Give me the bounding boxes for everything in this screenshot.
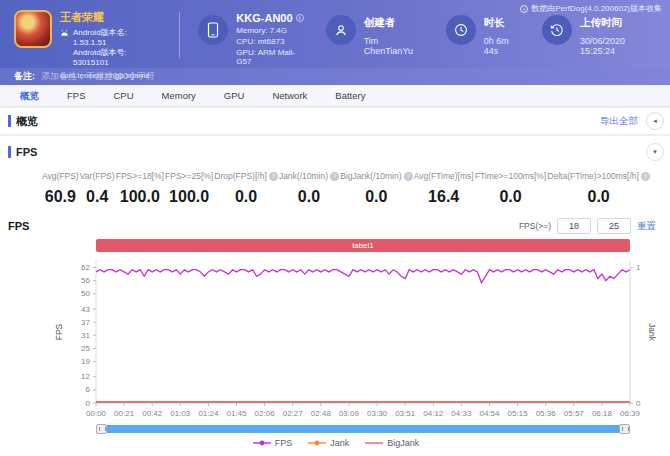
tab-network[interactable]: Network xyxy=(258,85,321,107)
range-grip-left[interactable] xyxy=(96,424,107,434)
stat-label: FPS>=18[%] xyxy=(116,171,164,181)
range-grip-right[interactable] xyxy=(619,424,630,434)
threshold-high-input[interactable] xyxy=(597,218,631,234)
stat-drop-fps-h-: Drop(FPS)[/h]?0.0 xyxy=(214,171,277,206)
legend-label: BigJank xyxy=(387,438,419,448)
tab-fps[interactable]: FPS xyxy=(53,85,99,107)
header-divider xyxy=(179,12,180,58)
clock-icon xyxy=(446,15,476,45)
collapse-panel-button[interactable]: ◄ xyxy=(646,112,664,130)
info-icon[interactable]: ? xyxy=(330,172,339,181)
svg-text:06:18: 06:18 xyxy=(592,409,613,418)
report-header: i 数据由PerfDog(4.0.200602)版本收集 王者荣耀 Androi… xyxy=(0,0,670,68)
fps-chart-area: label1 625650433731251912601000:0000:210… xyxy=(8,239,664,448)
device-cpu: CPU: mt6873 xyxy=(236,37,307,46)
stat-delta-ftime-100ms-h-: Delta(FTime)>100ms[/h]?0.0 xyxy=(547,171,650,206)
stat-label: Var(FPS) xyxy=(80,171,115,181)
info-icon: i xyxy=(520,5,528,13)
svg-text:02:06: 02:06 xyxy=(255,409,276,418)
stat-value: 0.0 xyxy=(340,188,412,206)
stat-avg-fps-: Avg(FPS)60.9 xyxy=(42,171,79,206)
stat-label: FTime>=100ms[%] xyxy=(475,171,547,181)
stat-value: 0.0 xyxy=(547,188,650,206)
fps-stats-row: Avg(FPS)60.9Var(FPS)0.4FPS>=18[%]100.0FP… xyxy=(8,161,664,206)
fps-section-title: FPS xyxy=(8,146,37,158)
creator-value: Tim ChenTianYu xyxy=(364,36,428,56)
legend-marker-icon xyxy=(253,439,271,447)
svg-text:43: 43 xyxy=(81,305,90,314)
svg-text:25: 25 xyxy=(81,344,90,353)
svg-text:02:48: 02:48 xyxy=(311,409,332,418)
duration-value: 0h 6m 44s xyxy=(484,36,524,56)
app-title: 王者荣耀 xyxy=(60,10,161,25)
collector-version-note: i 数据由PerfDog(4.0.200602)版本收集 xyxy=(520,3,662,14)
device-info-icon[interactable]: i xyxy=(296,14,304,22)
report-content: 概览 导出全部 ◄ FPS ▼ Avg(FPS)60.9Var(FPS)0.4F… xyxy=(0,107,670,456)
app-info-block: 王者荣耀 Android版本名: 1.53.1.51 Android版本号: 5… xyxy=(14,10,161,80)
svg-text:04:54: 04:54 xyxy=(479,409,500,418)
tab-battery[interactable]: Battery xyxy=(321,85,379,107)
legend-label: Jank xyxy=(330,438,349,448)
svg-text:05:15: 05:15 xyxy=(508,409,529,418)
threshold-label: FPS(>=) xyxy=(519,221,551,231)
game-app-icon xyxy=(14,10,52,48)
svg-text:62: 62 xyxy=(81,263,90,272)
svg-text:04:33: 04:33 xyxy=(451,409,472,418)
svg-text:37: 37 xyxy=(81,318,90,327)
history-clock-icon xyxy=(542,15,572,45)
svg-text:05:36: 05:36 xyxy=(536,409,557,418)
chart-range-scrollbar[interactable] xyxy=(96,425,630,433)
svg-text:6: 6 xyxy=(86,385,91,394)
person-icon xyxy=(326,15,356,45)
reset-link[interactable]: 重置 xyxy=(637,220,656,233)
stat-label: Drop(FPS)[/h]? xyxy=(214,171,277,181)
device-info-block: KKG-AN00 i Memory: 7.4G CPU: mt6873 GPU:… xyxy=(198,12,307,66)
chart-title: FPS xyxy=(8,220,29,232)
chart-label-banner[interactable]: label1 xyxy=(96,239,630,252)
info-icon[interactable]: ? xyxy=(269,172,278,181)
android-icon xyxy=(60,28,69,68)
duration-block: 时长 0h 6m 44s xyxy=(446,12,524,56)
collapse-section-button[interactable]: ▼ xyxy=(646,143,664,161)
tab-memory[interactable]: Memory xyxy=(148,85,210,107)
stat-var-fps-: Var(FPS)0.4 xyxy=(80,171,115,206)
stat-value: 60.9 xyxy=(42,188,79,206)
svg-text:1: 1 xyxy=(636,263,641,272)
svg-text:56: 56 xyxy=(81,276,90,285)
threshold-low-input[interactable] xyxy=(557,218,591,234)
app-version-code: Android版本号: 53015101 xyxy=(73,48,161,68)
device-gpu: GPU: ARM Mali-G57 xyxy=(236,48,307,66)
stat-fps-25-: FPS>=25[%]100.0 xyxy=(165,171,213,206)
app-package: com.tencent.tmgp.sgame xyxy=(60,71,161,80)
info-icon[interactable]: ? xyxy=(404,172,413,181)
tab-gpu[interactable]: GPU xyxy=(210,85,259,107)
chart-legend: FPSJankBigJank xyxy=(8,438,664,448)
legend-marker-icon xyxy=(308,439,326,447)
svg-text:06:39: 06:39 xyxy=(620,409,641,418)
svg-text:31: 31 xyxy=(81,331,90,340)
stat-label: Avg(FPS) xyxy=(42,171,79,181)
svg-text:02:27: 02:27 xyxy=(283,409,304,418)
stat-value: 0.0 xyxy=(214,188,277,206)
svg-text:01:24: 01:24 xyxy=(198,409,219,418)
svg-text:00:00: 00:00 xyxy=(86,409,107,418)
tab-cpu[interactable]: CPU xyxy=(99,85,147,107)
export-all-link[interactable]: 导出全部 xyxy=(600,115,638,128)
svg-text:03:30: 03:30 xyxy=(367,409,388,418)
stat-value: 16.4 xyxy=(414,188,474,206)
stat-label: FPS>=25[%] xyxy=(165,171,213,181)
info-icon[interactable]: ? xyxy=(641,172,650,181)
fps-line-chart[interactable]: 625650433731251912601000:0000:2100:4201:… xyxy=(8,255,656,425)
tab-概览[interactable]: 概览 xyxy=(6,85,53,107)
stat-avg-ftime-ms-: Avg(FTime)[ms]16.4 xyxy=(414,171,474,206)
legend-item-bigjank[interactable]: BigJank xyxy=(365,438,419,448)
stat-ftime-100ms-: FTime>=100ms[%]0.0 xyxy=(475,171,547,206)
upload-time-block: 上传时间 30/06/2020 15:25:24 xyxy=(542,12,660,56)
svg-text:01:45: 01:45 xyxy=(227,409,248,418)
device-memory: Memory: 7.4G xyxy=(236,26,307,35)
device-model: KKG-AN00 xyxy=(236,12,292,24)
legend-item-fps[interactable]: FPS xyxy=(253,438,293,448)
svg-text:Jank: Jank xyxy=(647,323,656,342)
upload-time-value: 30/06/2020 15:25:24 xyxy=(580,36,660,56)
legend-item-jank[interactable]: Jank xyxy=(308,438,349,448)
